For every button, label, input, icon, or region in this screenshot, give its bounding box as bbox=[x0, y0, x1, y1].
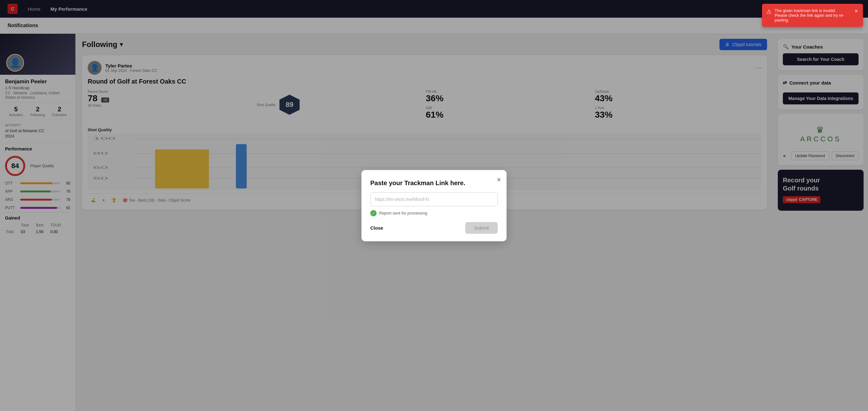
trackman-link-input[interactable] bbox=[370, 192, 498, 206]
success-check-icon: ✓ bbox=[370, 210, 377, 216]
modal-close-btn[interactable]: Close bbox=[370, 225, 383, 230]
modal-footer: Close Submit bbox=[370, 222, 498, 234]
trackman-modal: Paste your Trackman Link here. × ✓ Repor… bbox=[362, 170, 506, 241]
modal-success-row: ✓ Report sent for processing bbox=[370, 210, 498, 216]
error-toast: ⚠ The given trackman link is invalid. Pl… bbox=[762, 4, 863, 27]
modal-submit-btn[interactable]: Submit bbox=[465, 222, 498, 234]
modal-success-message: Report sent for processing bbox=[379, 211, 427, 215]
modal-title: Paste your Trackman Link here. bbox=[370, 180, 498, 187]
toast-close-btn[interactable]: × bbox=[855, 8, 858, 14]
toast-warning-icon: ⚠ bbox=[767, 8, 772, 15]
toast-message: The given trackman link is invalid. Plea… bbox=[775, 8, 849, 22]
modal-close-x-btn[interactable]: × bbox=[497, 176, 501, 184]
modal-overlay: Paste your Trackman Link here. × ✓ Repor… bbox=[0, 0, 868, 411]
